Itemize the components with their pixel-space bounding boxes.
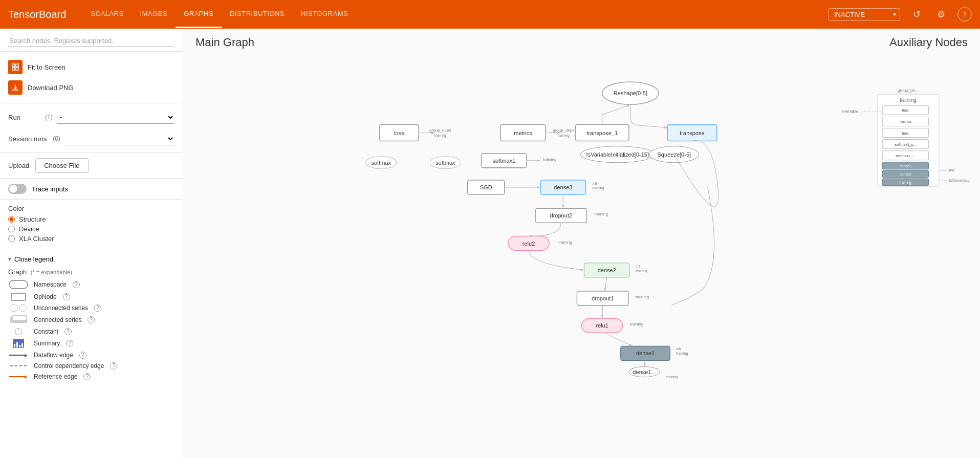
nav-scalars[interactable]: SCALARS — [82, 1, 132, 28]
close-legend-button[interactable]: ▾ Close legend. — [8, 255, 175, 263]
dropout1-node[interactable]: dropout1 — [577, 291, 628, 306]
svg-text:dense3: dense3 — [900, 164, 911, 168]
legend-summary: Summary ? — [8, 339, 175, 348]
svg-text:isVariable...: isVariable... — [841, 109, 862, 114]
legend-namespace: Namespace ? — [8, 280, 175, 289]
svg-text:training: training — [593, 186, 604, 190]
help-icon[interactable]: ? — [957, 7, 972, 21]
dropout2-node[interactable]: dropout2 — [535, 208, 586, 223]
summary-icon — [8, 339, 29, 348]
opnode-help[interactable]: ? — [63, 293, 70, 300]
dense1-bottom[interactable]: dense1... — [629, 367, 660, 377]
metrics-node[interactable]: metrics — [500, 124, 546, 141]
download-png-button[interactable]: Download PNG — [8, 80, 74, 95]
graph-area[interactable]: Main Graph Auxiliary Nodes — [183, 29, 980, 458]
dense3-node[interactable]: dense3 — [540, 180, 585, 194]
session-runs-dropdown[interactable] — [64, 132, 175, 145]
color-device-radio[interactable] — [8, 226, 15, 232]
color-section: Color Structure Device XLA Cluster — [0, 200, 183, 250]
nav-images[interactable]: IMAGES — [132, 1, 176, 28]
color-xla-radio[interactable] — [8, 235, 15, 242]
svg-text:softmax1: softmax1 — [492, 158, 515, 164]
run-selector[interactable]: INACTIVE — [829, 8, 900, 21]
run-label: Run — [8, 114, 39, 121]
app-logo: TensorBoard — [8, 9, 66, 20]
svg-text:relu1: relu1 — [596, 322, 608, 329]
svg-text:SGD: SGD — [480, 184, 492, 190]
legend-dataflow: ▶ Dataflow edge ? — [8, 352, 175, 359]
run-dropdown[interactable]: - — [57, 111, 175, 124]
transpose1-node[interactable]: transpose_1 — [575, 124, 628, 141]
settings-icon[interactable]: ⚙ — [933, 6, 949, 23]
color-structure-label: Structure — [19, 215, 46, 223]
svg-text:init: init — [676, 347, 681, 351]
svg-text:training: training — [636, 269, 647, 273]
loss-node[interactable]: loss — [380, 124, 419, 141]
search-input[interactable] — [8, 35, 175, 47]
training-label-1: training — [543, 157, 556, 162]
opnode-icon — [8, 293, 29, 301]
graph-svg[interactable]: Reshape[0-5] transpose transpose_1 IsVar… — [183, 29, 980, 458]
color-label: Color — [8, 205, 175, 212]
fit-to-screen-row: Fit to Screen — [8, 57, 175, 77]
svg-text:training: training — [676, 352, 688, 356]
unconnected-label: Unconnected series — [34, 304, 88, 312]
summary-help[interactable]: ? — [66, 340, 73, 347]
color-structure-radio[interactable] — [8, 216, 15, 223]
unconnected-icon — [8, 304, 29, 312]
softmax1-node[interactable]: softmax1 — [482, 154, 527, 168]
svg-text:training: training — [666, 375, 678, 379]
connected-help[interactable]: ? — [88, 316, 95, 323]
legend-connected: Connected series ? — [8, 315, 175, 324]
training-label-4: training — [636, 295, 649, 299]
refresh-icon[interactable]: ↺ — [908, 6, 925, 23]
relu1-node[interactable]: relu1 — [582, 318, 623, 333]
isvar-node[interactable]: IsVariableInitialized[0-15] — [580, 146, 655, 163]
svg-rect-8 — [12, 316, 27, 320]
svg-text:training: training — [434, 134, 446, 138]
svg-text:loss: loss — [902, 108, 909, 112]
download-icon — [8, 80, 23, 95]
svg-rect-3 — [16, 68, 18, 70]
constant-help[interactable]: ? — [64, 328, 72, 335]
relu2-node[interactable]: relu2 — [508, 236, 549, 250]
softmax-left-1[interactable]: softmax — [366, 157, 397, 169]
control-help[interactable]: ? — [110, 362, 117, 369]
svg-text:group_de...: group_de... — [898, 88, 919, 93]
graph-label: Graph (* = expandable) — [8, 268, 175, 276]
sidebar: Fit to Screen Download PNG — [0, 29, 183, 458]
namespace-help[interactable]: ? — [73, 281, 80, 288]
dataflow-help[interactable]: ? — [79, 352, 86, 359]
dense1-node[interactable]: dense1 — [621, 346, 670, 360]
softmax-left-2[interactable]: softmax — [430, 157, 461, 169]
nav-histograms[interactable]: HISTOGRAMS — [293, 1, 356, 28]
svg-text:metrics: metrics — [514, 130, 532, 136]
svg-text:transpose_1: transpose_1 — [586, 130, 618, 136]
svg-text:softmax: softmax — [435, 160, 455, 166]
training-label-5: training — [630, 322, 643, 326]
fit-to-screen-button[interactable]: Fit to Screen — [8, 60, 66, 74]
transpose-node[interactable]: transpose — [667, 124, 716, 141]
session-runs-row: Session runs (0) — [8, 130, 175, 147]
reshape-node[interactable]: Reshape[0-5] — [602, 82, 659, 104]
unconnected-help[interactable]: ? — [94, 304, 101, 312]
svg-text:relu2: relu2 — [522, 241, 535, 247]
topnav-right: INACTIVE ▾ ↺ ⚙ ? — [829, 6, 972, 23]
sgd-node[interactable]: SGD — [467, 180, 504, 194]
legend-control: Control dependency edge ? — [8, 362, 175, 369]
reference-help[interactable]: ? — [83, 373, 91, 380]
aux-nodes-title: Auxiliary Nodes — [889, 36, 968, 49]
nav-graphs[interactable]: GRAPHS — [176, 1, 222, 28]
dense2-node[interactable]: dense2 — [584, 263, 629, 277]
nav-distributions[interactable]: DISTRIBUTIONS — [222, 1, 293, 28]
choose-file-button[interactable]: Choose File — [35, 158, 88, 173]
main-layout: Fit to Screen Download PNG — [0, 29, 980, 458]
svg-text:training: training — [595, 212, 608, 216]
svg-text:group_deps: group_deps — [429, 128, 451, 133]
session-runs-label: Session runs — [8, 135, 47, 143]
constant-label: Constant — [34, 328, 58, 335]
trace-toggle[interactable] — [8, 184, 27, 194]
training-label-2: training — [595, 212, 608, 216]
upload-label: Upload — [8, 162, 29, 169]
trace-label: Trace inputs — [32, 185, 68, 193]
